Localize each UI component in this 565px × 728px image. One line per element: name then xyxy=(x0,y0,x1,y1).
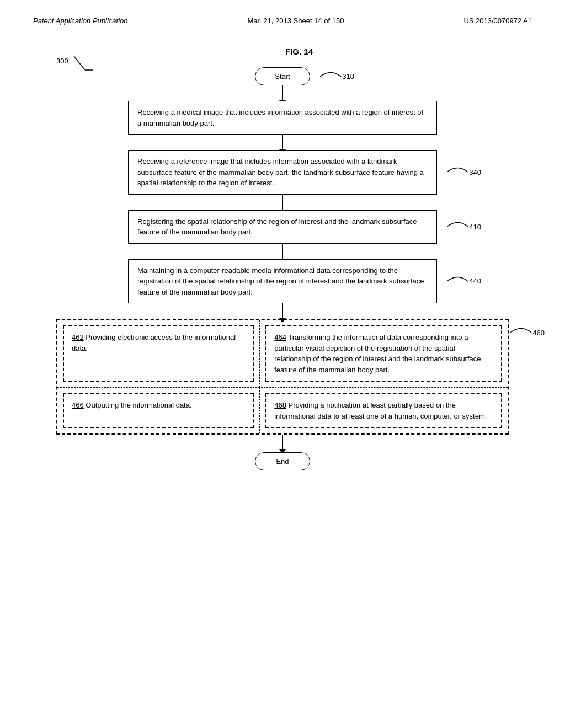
ref-310-curve xyxy=(320,68,342,85)
box468-num: 468 xyxy=(274,401,286,409)
box460-container: 462 Providing electronic access to the i… xyxy=(56,319,509,435)
box3: Registering the spatial relationship of … xyxy=(128,210,437,244)
arrow-3 xyxy=(282,195,283,210)
fig-title-row: 300 FIG. 14 xyxy=(56,47,509,62)
box1-text: Receiving a medical image that includes … xyxy=(137,108,423,127)
box466: 466 Outputting the informational data. xyxy=(63,393,254,428)
dashed-col-right-bottom: 468 Providing a notification at least pa… xyxy=(260,388,508,433)
dashed-col-right: 464 Transforming the informational data … xyxy=(260,320,508,387)
box464: 464 Transforming the informational data … xyxy=(265,325,502,382)
box3-text: Registering the spatial relationship of … xyxy=(137,217,417,237)
arrow-5 xyxy=(282,303,283,319)
dashed-col-left: 462 Providing electronic access to the i… xyxy=(57,320,260,387)
dashed-col-left-bottom: 466 Outputting the informational data. xyxy=(57,388,260,433)
box4: Maintaining in a computer-readable media… xyxy=(128,259,437,304)
ref-460-curve xyxy=(510,324,532,341)
arrow-4 xyxy=(282,244,283,259)
ref-440-curve xyxy=(447,273,469,290)
box2-text: Receiving a reference image that include… xyxy=(137,157,424,187)
header-date-sheet: Mar. 21, 2013 Sheet 14 of 150 xyxy=(248,17,344,25)
header-patent-number: US 2013/0070972 A1 xyxy=(463,17,532,25)
ref-410: 410 xyxy=(447,218,481,235)
box464-text: Transforming the informational data corr… xyxy=(274,333,481,374)
box464-num: 464 xyxy=(274,333,286,341)
box4-row: Maintaining in a computer-readable media… xyxy=(128,259,437,304)
ref-310: 310 xyxy=(320,68,354,85)
page: Patent Application Publication Mar. 21, … xyxy=(0,0,565,728)
box2: Receiving a reference image that include… xyxy=(128,150,437,195)
dashed-row-bottom: 466 Outputting the informational data. 4… xyxy=(57,388,508,433)
box1: Receiving a medical image that includes … xyxy=(128,101,437,135)
ref-340: 340 xyxy=(447,164,481,180)
box468-text: Providing a notification at least partia… xyxy=(274,401,487,420)
box4-text: Maintaining in a computer-readable media… xyxy=(137,266,424,296)
start-label: Start xyxy=(275,72,290,81)
ref-340-curve xyxy=(447,164,469,180)
box466-text: Outputting the informational data. xyxy=(86,401,191,409)
header-publication-type: Patent Application Publication xyxy=(33,17,128,25)
start-node-row: Start 310 xyxy=(255,67,310,85)
end-node: End xyxy=(255,452,310,470)
end-node-row: End xyxy=(255,452,310,470)
ref-440: 440 xyxy=(447,273,481,290)
box1-row: Receiving a medical image that includes … xyxy=(128,101,437,135)
ref-300-arrow xyxy=(63,53,96,76)
start-node: Start xyxy=(255,67,310,85)
page-header: Patent Application Publication Mar. 21, … xyxy=(33,17,532,25)
box462-text: Providing electronic access to the infor… xyxy=(72,333,236,352)
arrow-2 xyxy=(282,135,283,150)
box2-row: Receiving a reference image that include… xyxy=(128,150,437,195)
box466-num: 466 xyxy=(72,401,84,409)
ref-410-curve xyxy=(447,218,469,235)
box462: 462 Providing electronic access to the i… xyxy=(63,325,254,382)
fig-title: FIG. 14 xyxy=(73,47,525,56)
ref-460: 460 xyxy=(510,324,545,341)
end-label: End xyxy=(276,457,289,465)
box462-num: 462 xyxy=(72,333,84,341)
diagram-container: 300 FIG. 14 Start 310 xyxy=(33,47,532,470)
box468: 468 Providing a notification at least pa… xyxy=(265,393,502,428)
box460: 462 Providing electronic access to the i… xyxy=(56,319,509,435)
svg-line-0 xyxy=(74,56,85,70)
dashed-row-top: 462 Providing electronic access to the i… xyxy=(57,320,508,387)
arrow-1 xyxy=(282,85,283,101)
arrow-6 xyxy=(282,435,283,450)
box3-row: Registering the spatial relationship of … xyxy=(128,210,437,244)
